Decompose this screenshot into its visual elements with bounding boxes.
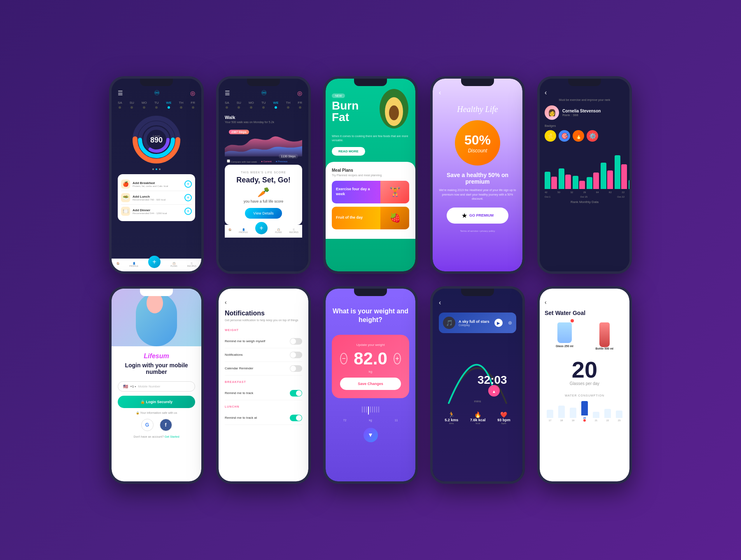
toggle-notifications-label: Notifications [225,353,243,357]
badge-star: ⭐ [545,130,556,142]
day-we[interactable]: WE [166,101,172,109]
p2-nav-plans[interactable]: 📋PLANS [275,228,282,234]
steps-chart: 2387 Steps 1130 St [225,128,302,161]
view-details-btn[interactable]: View Details [245,208,282,219]
day-th[interactable]: TH [179,101,184,109]
glass-vessel[interactable]: Glass 250 ml [556,322,573,350]
stat-distance: 🏃 5.2 kms kms [445,411,458,425]
p2-nav-health[interactable]: 🏠 [228,228,231,234]
p2-menu-icon[interactable]: ☰ [225,90,230,96]
p2-nav-add-btn[interactable]: + [255,222,268,234]
scale-mark-8 [376,406,377,413]
go-premium-btn[interactable]: ★ GO PREMIUM [447,208,508,224]
scale-mark-7 [374,406,375,413]
meal-2-image: 🍓 [380,207,409,229]
play-btn[interactable]: ▶ [494,319,503,327]
facebook-btn[interactable]: f [160,419,172,431]
p2-nav-recipes[interactable]: 🍴RECIPES [289,228,298,234]
toggle-weigh-switch[interactable] [290,338,302,345]
p9-back-btn[interactable]: ‹ [439,299,441,306]
phone-input-field[interactable]: 🇺🇸 +1 • Mobile Number [118,381,195,392]
google-btn[interactable]: G [141,419,154,431]
next-btn[interactable]: ⊕ [508,320,512,326]
timer-display: 32:03 [478,373,507,387]
breakfast-icon: 🍎 [121,180,130,189]
glass-name: Glass 250 ml [556,345,573,348]
bottle-vessel[interactable]: Bottle 500 ml [596,322,614,350]
nav-plans[interactable]: 📋PLANS [170,262,177,268]
p2-bottom-nav: 🏠 👤PROFILE + 📋PLANS 🍴RECIPES [225,225,302,238]
music-info: A sky full of stars Coldplay [459,320,491,327]
user-rank: Rank : 388 [562,113,601,117]
nav-add-btn[interactable]: + [148,256,161,268]
breakfast-add-btn[interactable]: + [184,180,192,188]
water-vessels: Glass 250 ml Bottle 500 ml [545,322,624,350]
p1-days: SA SU MO TU WE TH FR [118,101,195,109]
phone-4-notch [461,79,494,86]
user-card: 👩 Cornelia Stevenson Rank : 388 [545,105,624,120]
read-more-btn[interactable]: READ MORE [332,147,365,156]
meal-card-fruit[interactable]: Fruit of the day 🍓 [332,207,409,229]
premium-desc: We're making 2019 the Healthiest year of… [439,188,516,201]
lunch-add-btn[interactable]: + [184,194,192,201]
nav-profile[interactable]: 👤PROFILE [129,262,138,268]
lunch-icon: 🥗 [121,193,130,202]
ready-title: Ready, Set, Go! [231,176,296,184]
toggle-lunch: Remind me to track at [225,411,302,425]
breakfast-meal[interactable]: 🍎 Add BreakfastProtein, fat, carbs and C… [121,177,192,191]
day-mo[interactable]: MO [142,101,147,109]
day-tu[interactable]: TU [154,101,159,109]
glasses-per-day-label: Glasses per day [545,381,624,386]
meal-card-exercise[interactable]: Exercise four day a week 🏋️ [332,181,409,203]
p7-back-btn[interactable]: ‹ [225,299,302,306]
save-changes-btn[interactable]: Save Changes [340,378,401,390]
day-sa[interactable]: SA [118,101,122,109]
svg-text:890: 890 [150,136,163,144]
bell-icon[interactable]: ◎ [190,90,195,96]
down-arrow-btn[interactable]: ▼ [364,428,378,442]
login-title: Login with your mobile number [112,362,201,375]
p10-back-btn[interactable]: ‹ [545,299,624,306]
dinner-add-btn[interactable]: + [184,208,192,215]
menu-icon[interactable]: ☰ [118,90,123,96]
lunch-meal[interactable]: 🥗 Add LunchRecommended 760 - 920 kcal + [121,191,192,205]
toggle-calendar-switch[interactable] [290,365,302,372]
badge-target: 🎯 [559,130,570,142]
weight-decrease-btn[interactable]: − [340,353,347,364]
get-started-link[interactable]: Get Started [165,435,179,438]
badges-label: Badges [545,124,624,128]
run-icon: 🏃 [445,411,458,418]
phone-9-screen: ‹ 🎵 A sky full of stars Coldplay ▶ ⊕ ▲ [433,289,522,481]
badges-row: ⭐ 🎯 🔥 ⚙️ [545,130,624,142]
nav-recipes[interactable]: 🍴RECIPES [187,262,196,268]
day-su[interactable]: SU [130,101,134,109]
login-btn[interactable]: 🔒 Login Securely [118,396,195,408]
phone-10-notch [568,289,601,296]
heartrate-label: bpm [497,422,510,425]
walk-title: Walk [225,115,302,120]
nav-health[interactable]: 🏠 [117,262,119,268]
weight-question-title: What is your weight and height? [332,307,409,324]
toggle-lunch-switch[interactable] [290,415,302,421]
phone-5-screen: ‹ Must be exercise and improve your rank… [540,79,629,271]
rank-monthly-label: Rank Monthly Data [545,200,624,204]
phone-6-notch [140,289,173,296]
user-avatar: 👩 [545,105,559,120]
p5-back-btn[interactable]: ‹ [545,89,624,96]
phone-8-screen: What is your weight and height? Update y… [326,289,415,481]
p2-nav-profile[interactable]: 👤PROFILE [239,228,247,234]
toggle-notifications-switch[interactable] [290,352,302,358]
p2-bell-icon[interactable]: ◎ [297,90,302,96]
notifications-title: Notifications [225,310,302,317]
stat-heartrate: ❤️ 93 bpm bpm [497,411,510,425]
dinner-meal[interactable]: 🍽️ Add DinnerRecommended 544 - 1290 kcal… [121,205,192,218]
p4-back-btn[interactable]: ‹ [439,89,516,96]
time-20-active[interactable]: 20 [581,401,588,422]
discount-percent: 50% [464,133,491,148]
toggle-breakfast-switch[interactable] [290,390,302,397]
time-19: 19 [570,408,576,422]
scale-mark-1 [362,406,363,413]
weight-increase-btn[interactable]: + [394,353,401,364]
day-fr[interactable]: FR [191,101,195,109]
week-score-label: THIS WEEK'S LIFE SCORE [231,171,296,174]
